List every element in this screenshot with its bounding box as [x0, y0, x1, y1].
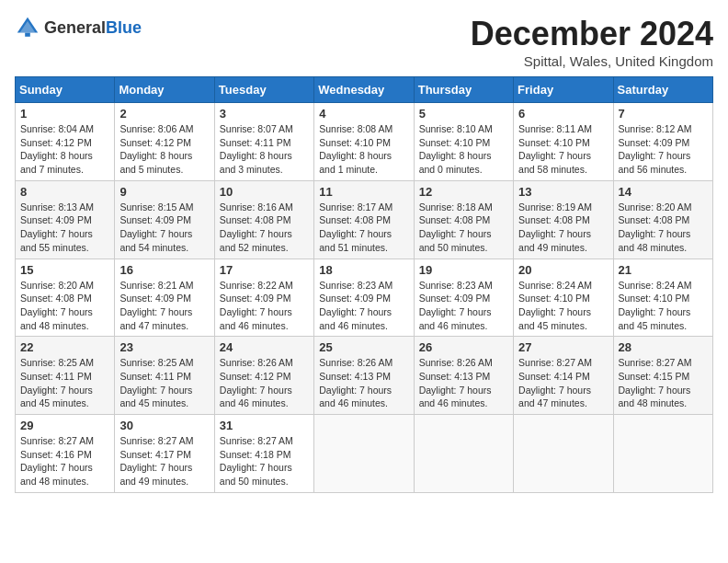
day-info-line: Sunrise: 8:27 AM [518, 356, 608, 370]
day-info-line: Sunrise: 8:13 AM [20, 201, 109, 214]
day-number: 11 [319, 185, 408, 199]
day-number: 31 [220, 419, 309, 432]
day-number: 12 [419, 185, 508, 199]
day-info-line: and 46 minutes. [319, 319, 408, 333]
day-info-line: Sunrise: 8:27 AM [619, 356, 708, 370]
day-info-line: and 48 minutes. [619, 241, 708, 255]
day-number: 21 [619, 263, 708, 277]
day-info-line: and 49 minutes. [518, 241, 608, 255]
day-number: 8 [20, 185, 109, 199]
day-info-line: Daylight: 7 hours [419, 305, 508, 319]
day-info-line: Daylight: 7 hours [220, 384, 309, 397]
day-info-line: Sunrise: 8:11 AM [518, 122, 608, 136]
month-title: December 2024 [471, 15, 713, 53]
calendar-week-3: 15Sunrise: 8:20 AMSunset: 4:08 PMDayligh… [16, 259, 713, 337]
day-info-line: and 0 minutes. [419, 163, 508, 177]
day-info-line: Daylight: 7 hours [119, 305, 209, 319]
calendar-cell: 4Sunrise: 8:08 AMSunset: 4:10 PMDaylight… [314, 103, 414, 181]
day-info-line: Daylight: 7 hours [119, 384, 209, 397]
day-info-line: Sunset: 4:16 PM [20, 448, 109, 462]
calendar-table: SundayMondayTuesdayWednesdayThursdayFrid… [15, 76, 713, 493]
day-number: 6 [518, 107, 608, 121]
calendar-cell: 13Sunrise: 8:19 AMSunset: 4:08 PMDayligh… [514, 180, 613, 259]
header-wednesday: Wednesday [314, 77, 414, 103]
calendar-cell: 19Sunrise: 8:23 AMSunset: 4:09 PMDayligh… [414, 259, 513, 337]
day-info-line: and 47 minutes. [119, 319, 209, 333]
day-info-line: and 50 minutes. [220, 475, 309, 488]
calendar-cell: 1Sunrise: 8:04 AMSunset: 4:12 PMDaylight… [16, 103, 115, 181]
day-info-line: and 46 minutes. [419, 319, 508, 333]
day-number: 28 [619, 340, 708, 354]
day-info-line: Daylight: 7 hours [619, 149, 708, 163]
logo-icon [15, 15, 40, 40]
day-info-line: Sunrise: 8:07 AM [220, 122, 309, 136]
day-number: 26 [419, 340, 508, 354]
day-info-line: Daylight: 7 hours [619, 227, 708, 241]
day-info-line: Daylight: 7 hours [619, 384, 708, 397]
day-number: 19 [419, 263, 508, 277]
day-info-line: and 46 minutes. [419, 396, 508, 410]
calendar-cell: 25Sunrise: 8:26 AMSunset: 4:13 PMDayligh… [314, 337, 414, 415]
calendar-cell: 2Sunrise: 8:06 AMSunset: 4:12 PMDaylight… [115, 103, 214, 181]
day-info-line: and 48 minutes. [619, 396, 708, 410]
day-info-line: Sunrise: 8:20 AM [20, 279, 109, 293]
day-number: 25 [319, 340, 408, 354]
day-info-line: Sunrise: 8:15 AM [119, 201, 209, 214]
day-number: 27 [518, 340, 608, 354]
day-info-line: Sunset: 4:08 PM [319, 213, 408, 227]
day-info-line: and 46 minutes. [220, 396, 309, 410]
day-info-line: Sunset: 4:13 PM [419, 370, 508, 384]
calendar-cell [613, 415, 712, 493]
day-info-line: and 58 minutes. [518, 163, 608, 177]
day-info-line: Sunset: 4:09 PM [119, 213, 209, 227]
day-info-line: Daylight: 7 hours [319, 305, 408, 319]
calendar-cell: 22Sunrise: 8:25 AMSunset: 4:11 PMDayligh… [16, 337, 115, 415]
day-info-line: Sunrise: 8:21 AM [119, 279, 209, 293]
day-info-line: Daylight: 7 hours [20, 305, 109, 319]
calendar-week-5: 29Sunrise: 8:27 AMSunset: 4:16 PMDayligh… [16, 415, 713, 493]
page-header: GeneralBlue December 2024 Spittal, Wales… [15, 15, 713, 69]
calendar-cell: 23Sunrise: 8:25 AMSunset: 4:11 PMDayligh… [115, 337, 214, 415]
day-info-line: Sunset: 4:12 PM [20, 136, 109, 150]
day-info-line: Daylight: 8 hours [220, 149, 309, 163]
logo-text: GeneralBlue [44, 18, 142, 38]
day-info-line: Sunrise: 8:27 AM [220, 434, 309, 448]
day-info-line: Sunrise: 8:23 AM [319, 279, 408, 293]
header-monday: Monday [115, 77, 214, 103]
day-info-line: Sunset: 4:09 PM [319, 292, 408, 305]
day-info-line: Sunrise: 8:23 AM [419, 279, 508, 293]
day-info-line: Daylight: 7 hours [518, 149, 608, 163]
day-info-line: Daylight: 7 hours [220, 305, 309, 319]
calendar-cell: 21Sunrise: 8:24 AMSunset: 4:10 PMDayligh… [613, 259, 712, 337]
calendar-cell: 16Sunrise: 8:21 AMSunset: 4:09 PMDayligh… [115, 259, 214, 337]
day-info-line: Daylight: 7 hours [119, 227, 209, 241]
logo-blue: Blue [106, 18, 142, 37]
day-info-line: and 48 minutes. [20, 475, 109, 488]
day-number: 13 [518, 185, 608, 199]
day-info-line: Sunset: 4:18 PM [220, 448, 309, 462]
logo-general: General [44, 18, 106, 37]
day-number: 4 [319, 107, 408, 121]
day-info-line: Sunset: 4:15 PM [619, 370, 708, 384]
calendar-cell: 8Sunrise: 8:13 AMSunset: 4:09 PMDaylight… [16, 180, 115, 259]
day-info-line: and 52 minutes. [220, 241, 309, 255]
day-info-line: Sunset: 4:14 PM [518, 370, 608, 384]
day-info-line: and 54 minutes. [119, 241, 209, 255]
header-friday: Friday [514, 77, 613, 103]
day-info-line: Sunset: 4:10 PM [518, 292, 608, 305]
day-info-line: Sunset: 4:09 PM [220, 292, 309, 305]
calendar-cell: 6Sunrise: 8:11 AMSunset: 4:10 PMDaylight… [514, 103, 613, 181]
day-info-line: Daylight: 7 hours [20, 461, 109, 475]
day-info-line: and 48 minutes. [20, 319, 109, 333]
svg-rect-2 [25, 33, 30, 37]
day-info-line: and 49 minutes. [119, 475, 209, 488]
day-info-line: and 5 minutes. [119, 163, 209, 177]
day-info-line: and 46 minutes. [220, 319, 309, 333]
day-number: 30 [119, 419, 209, 432]
day-info-line: and 50 minutes. [419, 241, 508, 255]
day-number: 2 [119, 107, 209, 121]
day-info-line: Daylight: 8 hours [119, 149, 209, 163]
day-info-line: and 46 minutes. [319, 396, 408, 410]
calendar-week-4: 22Sunrise: 8:25 AMSunset: 4:11 PMDayligh… [16, 337, 713, 415]
calendar-cell: 3Sunrise: 8:07 AMSunset: 4:11 PMDaylight… [214, 103, 313, 181]
